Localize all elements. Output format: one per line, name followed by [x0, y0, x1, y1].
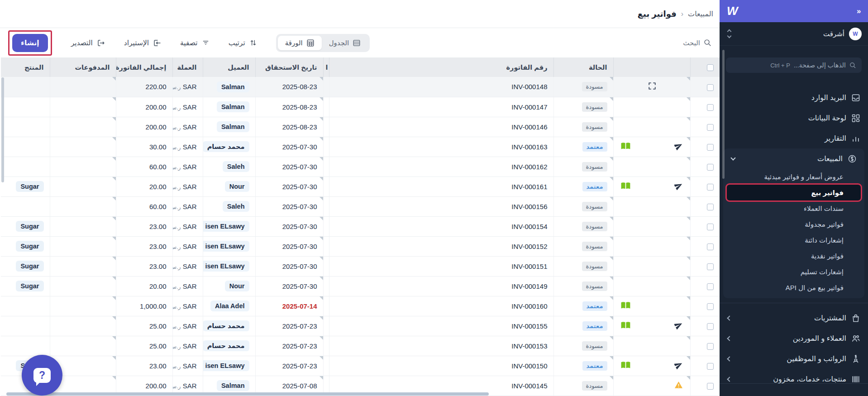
- invoice-number[interactable]: INV-000161: [511, 183, 547, 191]
- sidebar-item-api-sales-invoices[interactable]: فواتير بيع من ال API: [723, 280, 864, 296]
- table-row[interactable]: مسودةINV-0001512025-07-30isen ELsawySAR …: [1, 256, 720, 276]
- customer-tag[interactable]: Salman: [217, 101, 249, 112]
- sidebar-item-reports[interactable]: التقارير: [720, 128, 868, 148]
- customer-tag[interactable]: Alaa Adel: [210, 301, 249, 311]
- table-row[interactable]: معتمدINV-0001602025-07-14Alaa AdelSAR ر.…: [1, 296, 720, 316]
- row-checkbox[interactable]: [707, 124, 714, 131]
- customer-tag[interactable]: محمد حسام: [203, 141, 249, 152]
- table-row[interactable]: مسودةINV-0001462025-08-23SalmanSAR ر.س20…: [1, 117, 720, 137]
- product-tag[interactable]: Sugar: [16, 241, 43, 252]
- invoice-number-cell[interactable]: INV-000151: [329, 256, 553, 276]
- row-checkbox[interactable]: [707, 363, 714, 370]
- sidebar-item-sales[interactable]: المبيعات: [723, 148, 864, 169]
- import-button[interactable]: الإستيراد: [124, 39, 161, 47]
- search-button[interactable]: البحث: [683, 39, 711, 47]
- customer-tag[interactable]: محمد حسام: [203, 320, 249, 331]
- invoice-number[interactable]: INV-000149: [511, 282, 547, 290]
- invoice-number[interactable]: INV-000163: [511, 143, 547, 151]
- view-table-button[interactable]: الجدول: [322, 36, 368, 50]
- invoice-number[interactable]: INV-000153: [511, 342, 547, 350]
- product-tag[interactable]: Sugar: [16, 181, 43, 192]
- row-checkbox[interactable]: [707, 84, 714, 91]
- table-row[interactable]: مسودةINV-0001542025-07-30isen ELsawySAR …: [1, 216, 720, 236]
- customer-tag[interactable]: isen ELsawy: [203, 241, 249, 252]
- customer-tag[interactable]: Saleh: [223, 201, 249, 212]
- row-checkbox[interactable]: [707, 224, 714, 230]
- due-date-column-header[interactable]: تاريخ الاستحقاق: [255, 57, 323, 77]
- row-checkbox[interactable]: [707, 303, 714, 310]
- clipped-column-header[interactable]: ا: [323, 57, 329, 77]
- journal-book-icon[interactable]: [620, 321, 631, 330]
- view-paper-button[interactable]: الورقة: [278, 36, 322, 50]
- table-row[interactable]: مسودةINV-0001482025-08-23SalmanSAR ر.س22…: [1, 77, 720, 97]
- sidebar-item-purchases[interactable]: المشتريات: [720, 308, 868, 328]
- journal-book-icon[interactable]: [620, 361, 631, 370]
- product-column-header[interactable]: المنتج: [1, 57, 50, 77]
- currency-column-header[interactable]: العملة: [172, 57, 203, 77]
- invoice-number-cell[interactable]: INV-000148: [329, 77, 553, 97]
- invoice-number-cell[interactable]: INV-000149: [329, 276, 553, 296]
- select-all-checkbox[interactable]: [707, 64, 714, 71]
- table-row[interactable]: معتمدINV-0001612025-07-30NourSAR ر.س20.0…: [1, 177, 720, 196]
- row-checkbox[interactable]: [707, 263, 714, 270]
- sidebar-item-quotes-proformas[interactable]: عروض أسعار و فواتير مبدئية: [723, 169, 864, 185]
- invoice-number[interactable]: INV-000155: [511, 322, 547, 330]
- table-row[interactable]: مسودةINV-0001532025-07-23محمد حسامSAR ر.…: [1, 336, 720, 356]
- vertical-scrollbar[interactable]: [1, 77, 4, 182]
- row-checkbox[interactable]: [707, 323, 714, 330]
- expand-icon[interactable]: [648, 82, 656, 91]
- invoice-number[interactable]: INV-000145: [511, 382, 547, 390]
- invoice-number[interactable]: INV-000146: [511, 123, 547, 131]
- invoice-number[interactable]: INV-000154: [511, 223, 547, 230]
- row-checkbox[interactable]: [707, 343, 714, 350]
- create-button[interactable]: إنشاء: [12, 34, 48, 52]
- sidebar-item-payroll-employees[interactable]: الرواتب و الموظفين: [720, 348, 868, 369]
- invoice-number[interactable]: INV-000148: [511, 83, 547, 91]
- customer-tag[interactable]: Nour: [225, 181, 249, 192]
- table-row[interactable]: مسودةINV-0001562025-07-30SalehSAR ر.س60.…: [1, 196, 720, 216]
- table-row[interactable]: مسودةINV-0001522025-07-30isen ELsawySAR …: [1, 236, 720, 256]
- horizontal-scrollbar[interactable]: [6, 392, 489, 396]
- invoice-number-cell[interactable]: INV-000163: [329, 137, 553, 157]
- invoice-number-cell[interactable]: INV-000156: [329, 196, 553, 216]
- journal-book-icon[interactable]: [620, 301, 631, 310]
- row-checkbox[interactable]: [707, 383, 714, 390]
- invoice-number-column-header[interactable]: رقم الفاتورة: [329, 57, 553, 77]
- table-row[interactable]: مسودةINV-0001492025-07-30NourSAR ر.س20.0…: [1, 276, 720, 296]
- sidebar-item-products-services-inventory[interactable]: منتجات، خدمات، مخزون: [720, 369, 868, 389]
- sidebar-item-delivery-notes[interactable]: إشعارات تسليم: [723, 264, 864, 280]
- sidebar-item-sales-invoices[interactable]: فواتير بيع: [727, 185, 861, 200]
- row-checkbox[interactable]: [707, 164, 714, 171]
- customer-tag[interactable]: Nour: [225, 281, 249, 291]
- invoice-number-cell[interactable]: INV-000160: [329, 296, 553, 316]
- customer-tag[interactable]: Salman: [217, 380, 249, 391]
- row-checkbox[interactable]: [707, 243, 714, 250]
- row-checkbox[interactable]: [707, 283, 714, 290]
- customer-tag[interactable]: isen ELsawy: [203, 261, 249, 272]
- user-menu[interactable]: W أشرقت: [720, 22, 868, 46]
- invoice-number-cell[interactable]: INV-000153: [329, 336, 553, 356]
- invoice-number[interactable]: INV-000160: [511, 302, 547, 310]
- export-button[interactable]: التصدير: [71, 39, 105, 47]
- invoice-number[interactable]: INV-000162: [511, 163, 547, 171]
- row-checkbox[interactable]: [707, 144, 714, 151]
- table-row[interactable]: معتمدINV-0001502025-07-23isen ELsawySAR …: [1, 356, 720, 376]
- chevron-updown-icon[interactable]: [726, 30, 731, 38]
- invoice-number[interactable]: INV-000152: [511, 243, 547, 250]
- help-button[interactable]: ?: [22, 355, 62, 396]
- row-checkbox[interactable]: [707, 184, 714, 191]
- status-column-header[interactable]: الحالة: [553, 57, 613, 77]
- sidebar-item-cash-invoices[interactable]: فواتير نقدية: [723, 248, 864, 264]
- customer-tag[interactable]: Salman: [217, 121, 249, 132]
- goto-page-search[interactable]: الذهاب إلى صفحة... Ctrl + P: [726, 57, 862, 73]
- customer-tag[interactable]: Saleh: [223, 161, 249, 172]
- invoice-number-cell[interactable]: INV-000152: [329, 236, 553, 256]
- invoice-number-cell[interactable]: INV-000154: [329, 216, 553, 236]
- customer-tag[interactable]: isen ELsawy: [203, 221, 249, 232]
- customer-column-header[interactable]: العميل: [203, 57, 255, 77]
- sidebar-item-credit-notes[interactable]: إشعارات دائنة: [723, 232, 864, 248]
- filter-button[interactable]: تصفية: [180, 39, 210, 47]
- invoice-number-cell[interactable]: INV-000147: [329, 97, 553, 117]
- wafeq-logo[interactable]: W: [727, 4, 737, 18]
- invoice-number-cell[interactable]: INV-000162: [329, 157, 553, 177]
